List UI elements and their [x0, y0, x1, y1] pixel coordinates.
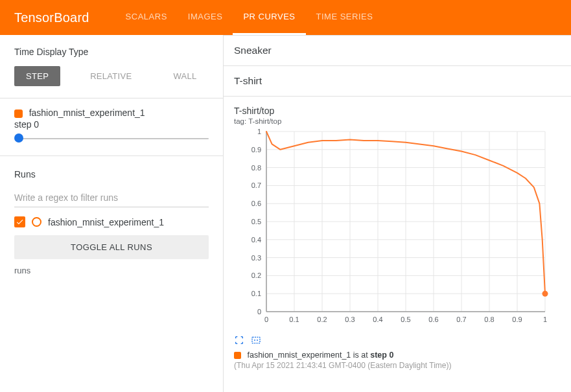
tab-pr-curves[interactable]: PR CURVES [233, 0, 305, 35]
seg-wall[interactable]: WALL [161, 66, 208, 86]
chart-title: T-shirt/top [234, 106, 561, 116]
svg-text:0.6: 0.6 [428, 316, 438, 323]
svg-text:0.5: 0.5 [251, 218, 261, 225]
runs-footer: runs [14, 266, 209, 275]
sidebar: Time Display Type STEP RELATIVE WALL fas… [0, 35, 224, 392]
run-checkbox[interactable] [14, 216, 25, 227]
chart-timestamp: (Thu Apr 15 2021 21:43:41 GMT-0400 (East… [234, 361, 561, 370]
chart-subtitle: tag: T-shirt/top [234, 117, 561, 125]
check-icon [16, 218, 24, 226]
svg-text:0.5: 0.5 [401, 316, 410, 323]
legend-run-name: fashion_mnist_experiment_1 [247, 351, 351, 360]
svg-rect-47 [252, 337, 260, 343]
time-display-title: Time Display Type [14, 47, 209, 57]
chart-legend: fashion_mnist_experiment_1 is at step 0 [234, 351, 561, 360]
legend-mid: is at [353, 351, 370, 360]
slider-thumb[interactable] [14, 133, 23, 143]
run-item-label: fashion_mnist_experiment_1 [48, 217, 164, 227]
svg-text:0.8: 0.8 [251, 164, 261, 172]
card-sneaker[interactable]: Sneaker [224, 36, 571, 66]
svg-text:0.6: 0.6 [251, 200, 261, 207]
runs-block: Runs fashion_mnist_experiment_1 TOGGLE A… [0, 156, 223, 288]
svg-text:0.9: 0.9 [251, 146, 261, 154]
tab-images[interactable]: IMAGES [178, 0, 233, 35]
chart-toolbar [234, 335, 561, 345]
app-header: TensorBoard SCALARS IMAGES PR CURVES TIM… [0, 0, 571, 35]
svg-text:0.8: 0.8 [484, 316, 494, 323]
run-header: fashion_mnist_experiment_1 [14, 108, 209, 118]
seg-relative[interactable]: RELATIVE [78, 66, 143, 86]
svg-text:1: 1 [257, 128, 261, 135]
svg-text:0.7: 0.7 [251, 181, 261, 189]
run-item[interactable]: fashion_mnist_experiment_1 [14, 216, 209, 227]
main-content: Sneaker T-shirt T-shirt/top tag: T-shirt… [224, 35, 571, 392]
run-name: fashion_mnist_experiment_1 [29, 108, 145, 118]
card-tshirt[interactable]: T-shirt [224, 66, 571, 97]
svg-text:0.1: 0.1 [251, 290, 261, 297]
tab-scalars[interactable]: SCALARS [115, 0, 178, 35]
legend-swatch [234, 352, 241, 359]
svg-point-46 [542, 291, 548, 297]
run-color-swatch [14, 110, 23, 118]
run-color-circle [32, 217, 41, 227]
runs-filter-input[interactable] [14, 191, 209, 207]
svg-text:0.2: 0.2 [251, 271, 261, 279]
toggle-all-runs-button[interactable]: TOGGLE ALL RUNS [14, 235, 209, 259]
time-display-seg: STEP RELATIVE WALL [14, 66, 209, 86]
svg-text:1: 1 [543, 316, 547, 323]
runs-title: Runs [14, 169, 209, 179]
svg-text:0: 0 [264, 316, 268, 323]
svg-text:0.3: 0.3 [345, 316, 355, 323]
legend-step: step 0 [370, 351, 393, 360]
svg-text:0.1: 0.1 [289, 316, 299, 323]
fullscreen-icon[interactable] [234, 335, 244, 345]
svg-text:0.4: 0.4 [251, 236, 261, 244]
step-label: step 0 [14, 119, 209, 130]
svg-text:0.9: 0.9 [512, 316, 522, 323]
pr-curve-chart[interactable]: 00.10.20.30.40.50.60.70.80.9100.10.20.30… [234, 128, 552, 329]
tab-time-series[interactable]: TIME SERIES [306, 0, 384, 35]
svg-text:0.7: 0.7 [456, 316, 466, 323]
seg-step[interactable]: STEP [14, 66, 60, 86]
chart-panel: T-shirt/top tag: T-shirt/top 00.10.20.30… [224, 97, 571, 379]
svg-point-49 [257, 340, 258, 341]
step-slider[interactable] [14, 133, 209, 143]
svg-point-48 [254, 340, 255, 341]
svg-text:0.4: 0.4 [373, 316, 382, 323]
run-slider-block: fashion_mnist_experiment_1 step 0 [0, 98, 223, 156]
app-brand: TensorBoard [14, 10, 89, 25]
time-display-block: Time Display Type STEP RELATIVE WALL [0, 35, 223, 98]
fit-domain-icon[interactable] [251, 335, 261, 345]
svg-text:0.2: 0.2 [317, 316, 327, 323]
svg-text:0: 0 [257, 308, 261, 316]
svg-text:0.3: 0.3 [251, 254, 261, 262]
header-tabs: SCALARS IMAGES PR CURVES TIME SERIES [115, 0, 384, 35]
